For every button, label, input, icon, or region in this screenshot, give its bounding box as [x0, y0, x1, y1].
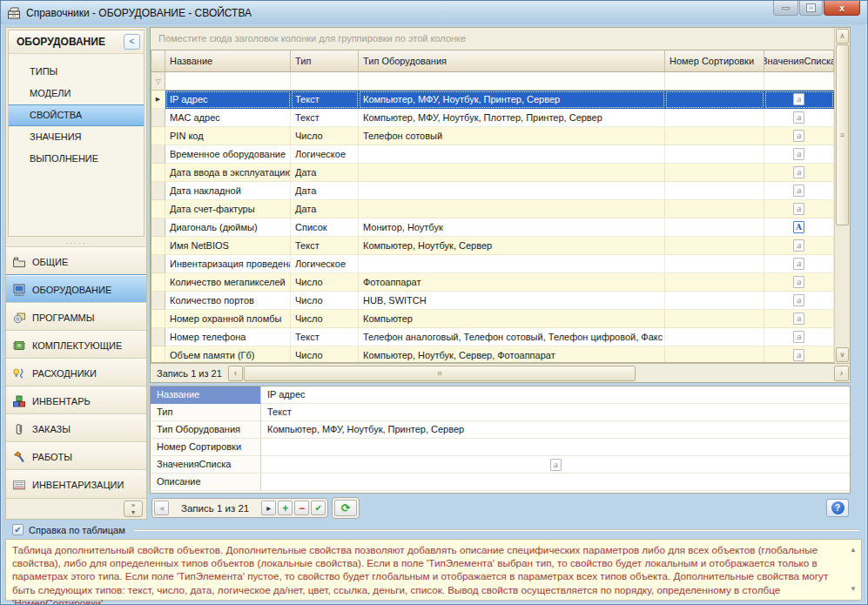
cell-name[interactable]: IP адрес: [165, 91, 291, 109]
sidebar-button-programs[interactable]: ПРОГРАММЫ: [6, 303, 146, 331]
detail-label-list-values[interactable]: ЗначенияСписка: [151, 456, 261, 474]
list-values-icon[interactable]: A: [793, 221, 804, 233]
cell-sort-number[interactable]: [665, 346, 764, 363]
vertical-scroll-thumb[interactable]: ≡: [836, 44, 849, 225]
sidebar-item-properties[interactable]: СВОЙСТВА: [9, 104, 144, 126]
sidebar-button-common[interactable]: ОБЩИЕ: [6, 247, 146, 275]
cell-name[interactable]: Временное оборудование: [165, 145, 291, 164]
maximize-button[interactable]: [799, 1, 823, 16]
cell-list-values[interactable]: a: [764, 164, 834, 182]
list-values-icon[interactable]: a: [550, 459, 562, 471]
table-row[interactable]: Количество мегапикселей Число Фотоаппара…: [151, 273, 834, 292]
group-by-hint[interactable]: Поместите сюда заголовок колонки для гру…: [151, 28, 834, 50]
filter-cell-sort-number[interactable]: [665, 72, 764, 91]
table-row[interactable]: PIN код Число Телефон сотовый a: [151, 127, 834, 145]
detail-label-name[interactable]: Название: [151, 387, 261, 404]
cell-list-values[interactable]: a: [764, 145, 834, 164]
sidebar-item-models[interactable]: МОДЕЛИ: [9, 83, 144, 104]
sidebar-button-consumables[interactable]: РАСХОДНИКИ: [6, 359, 146, 387]
filter-cell-name[interactable]: [165, 72, 291, 91]
cell-list-values[interactable]: A: [764, 218, 834, 237]
cell-equipment-types[interactable]: Компьютер, Ноутбук, Сервер, Фотоаппарат: [359, 346, 665, 363]
cell-name[interactable]: Объем памяти (Гб): [165, 346, 291, 363]
cell-name[interactable]: Количество мегапикселей: [165, 273, 291, 292]
filter-cell-equipment-type[interactable]: [359, 72, 665, 91]
cell-sort-number[interactable]: [665, 145, 764, 164]
prev-record-button[interactable]: ◂: [154, 501, 169, 515]
cell-type[interactable]: Число: [291, 292, 359, 310]
cell-sort-number[interactable]: [665, 218, 764, 237]
table-row[interactable]: Дата ввода в эксплуатацию Дата a: [151, 164, 834, 182]
detail-value-name[interactable]: IP адрес: [261, 387, 850, 404]
cell-sort-number[interactable]: [665, 255, 764, 273]
scroll-down-button[interactable]: ∨: [836, 347, 849, 362]
cell-type[interactable]: Число: [291, 346, 359, 363]
cell-type[interactable]: Текст: [291, 237, 359, 255]
cell-type[interactable]: Дата: [291, 200, 359, 218]
detail-value-type[interactable]: Текст: [261, 404, 850, 421]
cell-list-values[interactable]: a: [764, 255, 834, 273]
sidebar-button-works[interactable]: РАБОТЫ: [6, 442, 146, 470]
cell-equipment-types[interactable]: Компьютер: [359, 310, 665, 328]
cell-type[interactable]: Логическое: [291, 255, 359, 273]
cell-list-values[interactable]: a: [764, 237, 834, 255]
cell-equipment-types[interactable]: [359, 200, 665, 218]
table-row[interactable]: Номер охранной пломбы Число Компьютер a: [151, 310, 834, 328]
cell-equipment-types[interactable]: [359, 182, 665, 200]
sidebar-button-inventory[interactable]: ИНВЕНТАРЬ: [6, 387, 146, 414]
cell-type[interactable]: Число: [291, 273, 359, 292]
cell-type[interactable]: Текст: [291, 328, 359, 346]
delete-record-button[interactable]: −: [294, 501, 309, 515]
cell-sort-number[interactable]: [665, 127, 764, 145]
cell-type[interactable]: Число: [291, 310, 359, 328]
cell-sort-number[interactable]: [665, 164, 764, 182]
cell-list-values[interactable]: a: [764, 91, 834, 109]
list-values-icon[interactable]: a: [793, 130, 804, 142]
cell-equipment-types[interactable]: Компьютер, МФУ, Ноутбук, Принтер, Сервер: [359, 91, 665, 109]
column-header-list-values[interactable]: ЗначенияСписка: [764, 50, 834, 72]
cell-list-values[interactable]: a: [764, 200, 834, 218]
cell-list-values[interactable]: a: [764, 328, 834, 346]
cell-sort-number[interactable]: [665, 237, 764, 255]
scroll-right-button[interactable]: ›: [834, 366, 849, 381]
cell-equipment-types[interactable]: Монитор, Ноутбук: [359, 218, 665, 237]
sidebar-item-types[interactable]: ТИПЫ: [9, 61, 144, 83]
detail-label-type[interactable]: Тип: [151, 404, 261, 421]
cell-list-values[interactable]: a: [764, 346, 834, 363]
cell-sort-number[interactable]: [665, 328, 764, 346]
minimize-button[interactable]: [773, 1, 798, 16]
column-header-type[interactable]: Тип: [291, 50, 359, 72]
sidebar-item-values[interactable]: ЗНАЧЕНИЯ: [9, 126, 144, 148]
filter-cell-list-values[interactable]: [764, 72, 834, 91]
list-values-icon[interactable]: a: [793, 276, 804, 288]
cell-type[interactable]: Логическое: [291, 145, 359, 164]
sidebar-splitter[interactable]: ·····: [6, 239, 146, 247]
vertical-scrollbar[interactable]: ∧ ≡ ∨: [834, 28, 850, 363]
list-values-icon[interactable]: a: [793, 111, 804, 124]
list-values-icon[interactable]: a: [793, 239, 804, 252]
list-values-icon[interactable]: a: [793, 166, 804, 178]
close-button[interactable]: x: [824, 1, 860, 16]
list-values-icon[interactable]: a: [793, 258, 804, 270]
table-row[interactable]: Диагональ (дюймы) Список Монитор, Ноутбу…: [151, 218, 834, 237]
cell-list-values[interactable]: a: [764, 310, 834, 328]
scroll-left-button[interactable]: ‹: [228, 366, 243, 381]
next-record-button[interactable]: ▸: [261, 501, 276, 515]
cell-equipment-types[interactable]: [359, 164, 665, 182]
column-header-sort-number[interactable]: Номер Сортировки: [665, 50, 764, 72]
cell-name[interactable]: Номер охранной пломбы: [165, 310, 291, 328]
cell-name[interactable]: MAC адрес: [165, 109, 291, 127]
cell-name[interactable]: PIN код: [165, 127, 291, 145]
cell-sort-number[interactable]: [665, 182, 764, 200]
detail-label-equipment-type[interactable]: Тип Оборудования: [151, 421, 261, 439]
help-scroll-down-icon[interactable]: ▼: [850, 585, 857, 594]
cell-list-values[interactable]: a: [764, 273, 834, 292]
table-row[interactable]: Имя NetBIOS Текст Компьютер, Ноутбук, Се…: [151, 237, 834, 255]
help-scroll-up-icon[interactable]: ▲: [850, 546, 857, 555]
post-edit-button[interactable]: ✔: [311, 501, 326, 515]
cell-equipment-types[interactable]: [359, 255, 665, 273]
cell-equipment-types[interactable]: Компьютер, Ноутбук, Сервер: [359, 237, 665, 255]
table-row[interactable]: Объем памяти (Гб) Число Компьютер, Ноутб…: [151, 346, 834, 363]
scroll-up-button[interactable]: ∧: [836, 29, 849, 44]
cell-list-values[interactable]: a: [764, 109, 834, 127]
